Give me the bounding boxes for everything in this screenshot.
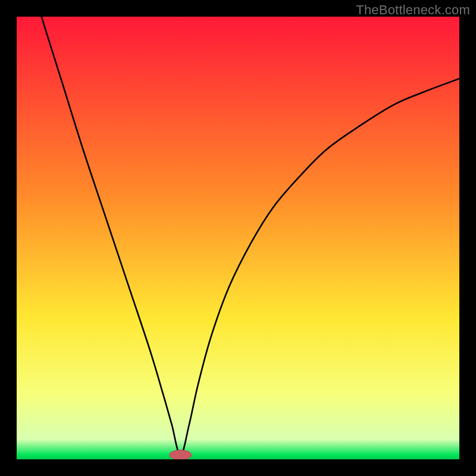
optimal-point-marker — [170, 450, 192, 459]
plot-area — [17, 17, 459, 459]
watermark-text: TheBottleneck.com — [356, 2, 470, 18]
chart-frame: TheBottleneck.com — [0, 0, 476, 476]
gradient-background — [17, 17, 459, 459]
plot-svg — [17, 17, 459, 459]
